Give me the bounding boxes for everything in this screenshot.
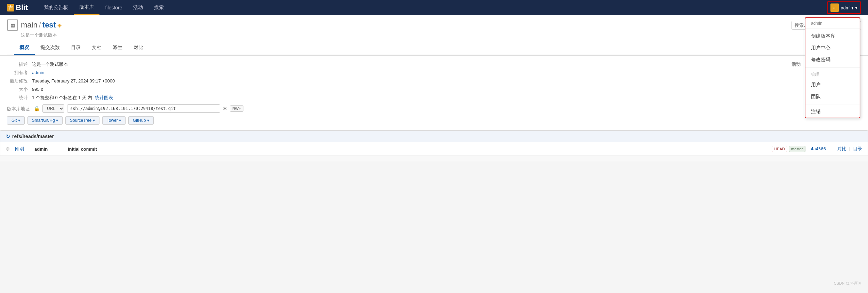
dropdown-arrow-icon: ▾: [855, 5, 858, 10]
dropdown-change-password[interactable]: 修改密码: [805, 54, 860, 66]
repo-description: 这是一个测试版本: [21, 32, 861, 38]
repo-header: ▦ main / test ◉ 这是一个测试版本 概况 提交次数 目录 文档 派…: [0, 15, 868, 56]
modified-label: 最后修改: [7, 78, 28, 84]
commit-badges: HEAD master: [772, 146, 805, 152]
client-tower[interactable]: Tower ▾: [102, 116, 126, 125]
dropdown-divider-2: [805, 67, 860, 68]
username-label: admin: [841, 5, 853, 10]
main-nav: 我的公告板 版本库 filestore 活动 搜索: [38, 0, 827, 15]
tab-forks[interactable]: 派生: [107, 41, 128, 55]
commit-dot: [6, 147, 9, 151]
nav-search[interactable]: 搜索: [148, 0, 169, 15]
url-label: 版本库地址: [7, 106, 30, 112]
repo-title-row: ▦ main / test ◉: [7, 19, 861, 31]
user-menu-trigger[interactable]: a admin ▾ admin 创建版本库 用户中心 修改密码 管理 用户 团队…: [827, 1, 861, 14]
owner-value: admin: [32, 70, 44, 75]
info-row-modified: 最后修改 Tuesday, February 27, 2024 09:17 +0…: [7, 78, 785, 84]
nav-repos[interactable]: 版本库: [74, 0, 99, 15]
client-git[interactable]: Git ▾: [7, 116, 25, 125]
dropdown-teams[interactable]: 团队: [805, 91, 860, 103]
desc-value: 这是一个测试版本: [32, 61, 68, 68]
main-content: 描述 这是一个测试版本 拥有者 admin 最后修改 Tuesday, Febr…: [0, 56, 868, 130]
dropdown-create-repo[interactable]: 创建版本库: [805, 30, 860, 42]
repo-info: 描述 这是一个测试版本 拥有者 admin 最后修改 Tuesday, Febr…: [7, 61, 785, 125]
user-dropdown: admin 创建版本库 用户中心 修改密码 管理 用户 团队 注销: [805, 17, 860, 118]
info-row-owner: 拥有者 admin: [7, 70, 785, 76]
dropdown-divider-1: [805, 29, 860, 29]
commit-author[interactable]: admin: [34, 146, 62, 152]
nav-activity[interactable]: 活动: [128, 0, 148, 15]
url-field[interactable]: [67, 104, 220, 113]
top-navigation: 吉 Blit 我的公告板 版本库 filestore 活动 搜索 a admin…: [0, 0, 868, 15]
nav-filestore[interactable]: filestore: [99, 0, 128, 15]
repo-icon: ▦: [7, 19, 18, 31]
repo-parent[interactable]: main: [21, 21, 38, 30]
tab-overview[interactable]: 概况: [14, 41, 35, 55]
size-value: 995 b: [32, 87, 43, 92]
client-smartgit[interactable]: SmartGit/Hg ▾: [27, 116, 63, 125]
stats-chart-link[interactable]: 统计图表: [95, 95, 113, 100]
commit-time[interactable]: 刚刚: [15, 146, 29, 152]
stats-text: 1 个提交和 0 个标签在 1 天 内: [32, 95, 92, 100]
commit-tree-link[interactable]: 目录: [853, 146, 862, 152]
repo-icon-symbol: ▦: [10, 22, 15, 28]
size-label: 大小: [7, 86, 28, 93]
info-row-desc: 描述 这是一个测试版本: [7, 61, 785, 68]
rw-badge: RW+: [230, 105, 243, 112]
dropdown-user-center[interactable]: 用户中心: [805, 42, 860, 54]
logo[interactable]: 吉 Blit: [7, 3, 28, 12]
modified-value: Tuesday, February 27, 2024 09:17 +0000: [32, 78, 115, 84]
logo-text: Blit: [16, 3, 28, 12]
footer: CSDN @老码说: [0, 156, 868, 161]
dropdown-manage-label: 管理: [805, 69, 860, 79]
tab-commits[interactable]: 提交次数: [35, 41, 65, 55]
repo-tabs: 概况 提交次数 目录 文档 派生 对比 ★ 关…: [7, 41, 861, 55]
badge-master: master: [789, 146, 805, 152]
dropdown-logout[interactable]: 注销: [805, 106, 860, 118]
info-row-size: 大小 995 b: [7, 86, 785, 93]
tab-tree[interactable]: 目录: [65, 41, 86, 55]
repo-separator: /: [39, 21, 41, 30]
refresh-icon: ↻: [6, 134, 10, 139]
stats-value: 1 个提交和 0 个标签在 1 天 内 统计图表: [32, 95, 113, 101]
commit-message: Initial commit: [68, 146, 766, 152]
tab-diff[interactable]: 对比: [128, 41, 149, 55]
desc-label: 描述: [7, 61, 28, 68]
dropdown-users[interactable]: 用户: [805, 79, 860, 91]
avatar: a: [830, 3, 839, 12]
branch-header: ↻ refs/heads/master: [0, 130, 868, 142]
commit-hash[interactable]: 4a4566: [811, 146, 832, 151]
owner-label: 拥有者: [7, 70, 28, 76]
badge-head: HEAD: [772, 146, 787, 152]
info-row-url: 版本库地址 🔒 URL ✱ RW+: [7, 103, 785, 113]
dropdown-divider-3: [805, 104, 860, 104]
commit-action-separator: |: [849, 146, 850, 152]
info-row-stats: 统计 1 个提交和 0 个标签在 1 天 内 统计图表: [7, 95, 785, 101]
table-row: 刚刚 admin Initial commit HEAD master 4a45…: [0, 142, 868, 156]
branch-name: refs/heads/master: [12, 134, 54, 139]
commit-section: ↻ refs/heads/master 刚刚 admin Initial com…: [0, 130, 868, 156]
stats-label: 统计: [7, 95, 28, 101]
repo-name[interactable]: test: [42, 21, 56, 30]
url-scheme-selector[interactable]: URL: [42, 104, 64, 113]
url-row: 🔒 URL ✱ RW+: [34, 104, 243, 113]
client-github[interactable]: GitHub ▾: [128, 116, 154, 125]
owner-link[interactable]: admin: [32, 70, 44, 75]
commit-diff-link[interactable]: 对比: [837, 146, 846, 152]
commit-actions: 对比 | 目录: [837, 146, 862, 152]
client-buttons: Git ▾ SmartGit/Hg ▾ SourceTree ▾ Tower ▾…: [7, 116, 785, 125]
rss-icon[interactable]: ◉: [57, 22, 62, 28]
dropdown-username: admin: [805, 18, 860, 27]
logo-icon: 吉: [7, 4, 14, 11]
repo-path: main / test ◉: [21, 21, 62, 30]
client-sourcetree[interactable]: SourceTree ▾: [65, 116, 99, 125]
tab-docs[interactable]: 文档: [86, 41, 107, 55]
lock-icon: 🔒: [34, 106, 40, 111]
nav-bulletin[interactable]: 我的公告板: [38, 0, 74, 15]
copy-url-button[interactable]: ✱: [223, 106, 227, 111]
